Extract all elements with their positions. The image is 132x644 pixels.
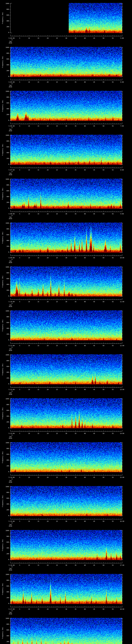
x-tick-label: 55: [111, 38, 115, 39]
x-end-time-label: 9:00: [118, 213, 126, 215]
y-tick-label: 0: [0, 208, 9, 209]
y-tick-label: 400: [0, 328, 9, 329]
x-tick-label: 20: [46, 389, 50, 390]
x-tick-label: 25: [55, 38, 59, 39]
spectrogram-panel-list: Frequency (Hz)02004006008001000510152025…: [0, 0, 132, 644]
x-tick-label: 20: [46, 433, 50, 434]
spectrogram-panel-10: Frequency (Hz)02004006008001000510152025…: [0, 395, 132, 439]
x-tick-label: 50: [102, 477, 106, 478]
y-tick-label: 1000: [0, 354, 9, 356]
y-tick-label: 600: [0, 410, 9, 411]
x-tick-label: 25: [55, 520, 59, 522]
x-tick-label: 10: [27, 301, 31, 302]
y-tick-label: 400: [0, 64, 9, 66]
x-tick-label: 45: [92, 38, 96, 39]
y-tick-label: 600: [0, 102, 9, 104]
x-tick-label: 55: [111, 257, 115, 259]
x-end-time-label: 8:00: [118, 169, 126, 171]
y-axis-title: Frequency (Hz): [2, 12, 4, 24]
y-tick-label: 400: [0, 503, 9, 505]
x-tick-label: 20: [46, 169, 50, 171]
x-tick-label: 40: [83, 38, 87, 39]
x-start-time-label: 5:07:00: [6, 169, 17, 171]
x-tick-label: 45: [92, 345, 96, 346]
y-tick-label: 1000: [0, 398, 9, 400]
x-tick-label: 20: [46, 520, 50, 522]
x-tick-label: 50: [102, 564, 106, 566]
x-tick-label: 25: [55, 301, 59, 302]
x-end-time-label: 17:00: [118, 564, 126, 566]
y-axis-title: Frequency (Hz): [2, 583, 4, 595]
x-tick-label: 55: [111, 213, 115, 215]
y-tick-label: 1000: [0, 3, 9, 4]
y-tick-label: 200: [0, 597, 9, 598]
x-end-time-label: 10:00: [118, 257, 126, 259]
x-tick-label: 40: [83, 608, 87, 610]
x-tick-label: 30: [64, 564, 68, 566]
y-axis-title: Frequency (Hz): [2, 320, 4, 332]
y-tick-label: 800: [0, 96, 9, 98]
y-tick-label: 400: [0, 284, 9, 285]
y-tick-label: 200: [0, 246, 9, 247]
x-tick-label: 45: [92, 389, 96, 390]
y-tick-label: 200: [0, 465, 9, 467]
y-tick-label: 0: [0, 32, 9, 33]
x-tick-label: 25: [55, 608, 59, 610]
x-tick-label: 35: [74, 169, 78, 171]
x-tick-label: 40: [83, 257, 87, 259]
y-tick-label: 0: [0, 427, 9, 429]
x-tick-label: 50: [102, 608, 106, 610]
y-tick-label: 200: [0, 421, 9, 423]
x-tick-label: 50: [102, 169, 106, 171]
y-axis-title: Frequency (Hz): [2, 188, 4, 200]
y-tick-label: 0: [0, 120, 9, 121]
x-tick-label: 45: [92, 82, 96, 83]
y-tick-label: 800: [0, 184, 9, 186]
x-tick-label: 25: [55, 345, 59, 346]
y-axis-title: Frequency (Hz): [2, 495, 4, 507]
x-tick-label: 25: [55, 564, 59, 566]
x-tick-label: 45: [92, 608, 96, 610]
x-tick-label: 35: [74, 564, 78, 566]
x-start-time-label: 5:08:00: [6, 213, 17, 215]
y-tick-label: 600: [0, 498, 9, 499]
y-tick-label: 800: [0, 404, 9, 406]
y-tick-label: 200: [0, 509, 9, 511]
y-axis-title: Frequency (Hz): [2, 408, 4, 419]
x-start-time-label: 5:15:00: [6, 520, 17, 522]
x-tick-label: 20: [46, 82, 50, 83]
x-tick-label: 50: [102, 301, 106, 302]
x-tick-label: 40: [83, 520, 87, 522]
y-tick-label: 0: [0, 339, 9, 341]
y-tick-label: 400: [0, 372, 9, 373]
y-tick-label: 400: [0, 196, 9, 198]
y-axis-title: Frequency (Hz): [2, 100, 4, 112]
spectrogram-panel-13: Frequency (Hz)02004006008001000510152025…: [0, 527, 132, 571]
x-tick-label: 25: [55, 82, 59, 83]
x-tick-label: 20: [46, 477, 50, 478]
y-tick-label: 1000: [0, 178, 9, 180]
date-line-year: 2016: [8, 482, 13, 483]
y-axis-title: Frequency (Hz): [2, 539, 4, 551]
y-tick-label: 800: [0, 624, 9, 625]
x-tick-label: 50: [102, 345, 106, 346]
y-tick-label: 200: [0, 70, 9, 72]
y-tick-label: 0: [0, 383, 9, 385]
x-tick-label: 35: [74, 125, 78, 127]
x-tick-label: 5: [18, 520, 22, 522]
spectrogram-panel-1: Frequency (Hz)02004006008001000510152025…: [0, 0, 132, 44]
y-tick-label: 600: [0, 586, 9, 587]
x-start-time-label: 5:10:00: [6, 301, 17, 302]
x-tick-label: 45: [92, 433, 96, 434]
x-tick-label: 55: [111, 125, 115, 127]
x-tick-label: 5: [18, 38, 22, 39]
x-tick-label: 40: [83, 301, 87, 302]
x-tick-label: 30: [64, 608, 68, 610]
x-tick-label: 10: [27, 38, 31, 39]
x-tick-label: 15: [36, 82, 40, 83]
y-tick-label: 800: [0, 9, 9, 10]
x-tick-label: 40: [83, 345, 87, 346]
y-tick-label: 800: [0, 316, 9, 318]
date-line-year: 2016: [8, 526, 13, 527]
x-tick-label: 20: [46, 608, 50, 610]
